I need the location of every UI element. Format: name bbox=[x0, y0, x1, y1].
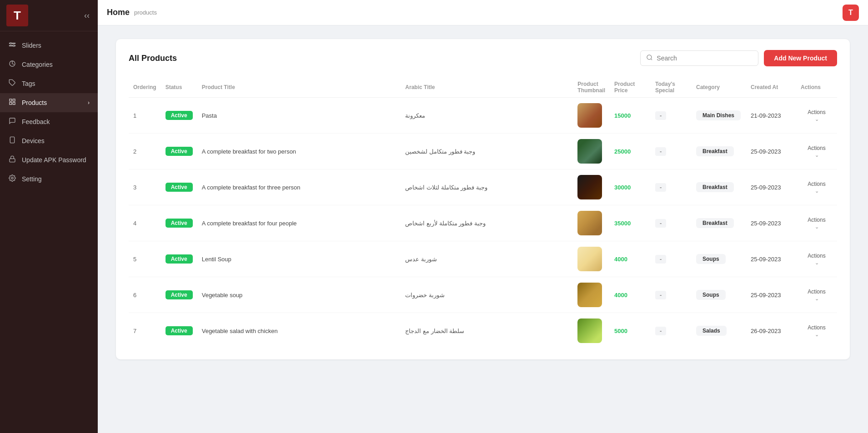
sidebar-collapse-button[interactable]: ‹‹ bbox=[82, 9, 91, 22]
content-area: All Products Add New Product Ordering bbox=[98, 25, 868, 433]
product-thumbnail bbox=[577, 247, 602, 271]
cell-price: 4000 bbox=[610, 241, 651, 277]
cell-created-at: 26-09-2023 bbox=[746, 313, 796, 349]
cell-title: A complete breakfast for three person bbox=[197, 169, 401, 205]
cell-category: Breakfast bbox=[692, 134, 746, 169]
cell-price: 4000 bbox=[610, 277, 651, 313]
cell-special: - bbox=[651, 241, 692, 277]
chevron-down-icon: ⌄ bbox=[815, 260, 819, 266]
svg-line-15 bbox=[651, 59, 652, 60]
actions-dropdown-button[interactable]: Actions ⌄ bbox=[801, 181, 833, 194]
cell-arabic: سلطة الخضار مع الدجاج bbox=[401, 313, 573, 349]
col-header-arabic: Arabic Title bbox=[401, 77, 573, 98]
status-badge: Active bbox=[166, 326, 193, 335]
col-header-status: Status bbox=[161, 77, 197, 98]
sidebar-item-label-update-apk: Update APK Password bbox=[22, 156, 90, 164]
col-header-title: Product Title bbox=[197, 77, 401, 98]
devices-icon bbox=[8, 136, 16, 145]
add-new-product-button[interactable]: Add New Product bbox=[764, 50, 837, 66]
cell-price: 25000 bbox=[610, 134, 651, 169]
col-header-created: Created At bbox=[746, 77, 796, 98]
svg-rect-6 bbox=[10, 99, 12, 101]
sidebar-item-sliders[interactable]: Sliders bbox=[0, 36, 98, 55]
sidebar-nav: Sliders Categories Tags Products › bbox=[0, 31, 98, 193]
actions-dropdown-button[interactable]: Actions ⌄ bbox=[801, 109, 833, 122]
cell-arabic: شوربة خضروات bbox=[401, 277, 573, 313]
cell-created-at: 25-09-2023 bbox=[746, 241, 796, 277]
svg-rect-9 bbox=[13, 102, 15, 105]
cell-actions: Actions ⌄ bbox=[796, 98, 837, 134]
table-row: 5 Active Lentil Soup شوربة عدس 4000 - So… bbox=[129, 241, 837, 277]
cell-ordering: 4 bbox=[129, 205, 161, 241]
chevron-down-icon: ⌄ bbox=[815, 296, 819, 302]
products-panel: All Products Add New Product Ordering bbox=[116, 39, 850, 359]
cell-category: Salads bbox=[692, 313, 746, 349]
cell-category: Breakfast bbox=[692, 169, 746, 205]
cell-status: Active bbox=[161, 205, 197, 241]
cell-actions: Actions ⌄ bbox=[796, 134, 837, 169]
sidebar-item-update-apk[interactable]: Update APK Password bbox=[0, 150, 98, 169]
cell-category: Soups bbox=[692, 277, 746, 313]
sidebar-item-products[interactable]: Products › bbox=[0, 93, 98, 112]
status-badge: Active bbox=[166, 111, 193, 120]
table-row: 2 Active A complete breakfast for two pe… bbox=[129, 134, 837, 169]
tags-icon bbox=[8, 79, 16, 88]
cell-title: Lentil Soup bbox=[197, 241, 401, 277]
actions-dropdown-button[interactable]: Actions ⌄ bbox=[801, 145, 833, 158]
main-content: Home products T All Products Add New Pro bbox=[98, 0, 868, 433]
chevron-down-icon: ⌄ bbox=[815, 332, 819, 338]
panel-actions: Add New Product bbox=[640, 50, 837, 66]
cell-ordering: 5 bbox=[129, 241, 161, 277]
cell-thumbnail bbox=[573, 277, 610, 313]
chevron-down-icon: ⌄ bbox=[815, 224, 819, 230]
cell-thumbnail bbox=[573, 98, 610, 134]
cell-thumbnail bbox=[573, 134, 610, 169]
cell-arabic: وجبة فطور متكاملة لأربع اشخاص bbox=[401, 205, 573, 241]
cell-status: Active bbox=[161, 134, 197, 169]
sidebar-item-tags[interactable]: Tags bbox=[0, 74, 98, 93]
cell-arabic: معكرونة bbox=[401, 98, 573, 134]
status-badge: Active bbox=[166, 219, 193, 228]
svg-point-3 bbox=[13, 45, 15, 46]
sidebar-item-feedback[interactable]: Feedback bbox=[0, 112, 98, 131]
update-apk-icon bbox=[8, 155, 16, 164]
panel-header: All Products Add New Product bbox=[129, 50, 837, 66]
actions-dropdown-button[interactable]: Actions ⌄ bbox=[801, 253, 833, 266]
table-row: 6 Active Vegetable soup شوربة خضروات 400… bbox=[129, 277, 837, 313]
topbar: Home products T bbox=[98, 0, 868, 25]
table-row: 7 Active Vegetable salad with chicken سل… bbox=[129, 313, 837, 349]
search-input[interactable] bbox=[657, 55, 753, 62]
user-avatar[interactable]: T bbox=[843, 5, 859, 21]
cell-created-at: 25-09-2023 bbox=[746, 169, 796, 205]
actions-dropdown-button[interactable]: Actions ⌄ bbox=[801, 324, 833, 338]
sidebar-item-devices[interactable]: Devices bbox=[0, 131, 98, 150]
cell-created-at: 25-09-2023 bbox=[746, 134, 796, 169]
cell-price: 35000 bbox=[610, 205, 651, 241]
product-thumbnail bbox=[577, 139, 602, 164]
cell-actions: Actions ⌄ bbox=[796, 169, 837, 205]
cell-thumbnail bbox=[573, 313, 610, 349]
cell-title: Vegetable salad with chicken bbox=[197, 313, 401, 349]
actions-dropdown-button[interactable]: Actions ⌄ bbox=[801, 217, 833, 230]
sidebar-item-label-feedback: Feedback bbox=[22, 118, 90, 125]
cell-status: Active bbox=[161, 241, 197, 277]
sidebar-item-setting[interactable]: Setting bbox=[0, 169, 98, 189]
cell-special: - bbox=[651, 169, 692, 205]
cell-special: - bbox=[651, 277, 692, 313]
actions-dropdown-button[interactable]: Actions ⌄ bbox=[801, 289, 833, 302]
sliders-icon bbox=[8, 41, 16, 50]
cell-special: - bbox=[651, 134, 692, 169]
logo bbox=[6, 5, 28, 26]
col-header-special: Today'sSpecial bbox=[651, 77, 692, 98]
products-table: Ordering Status Product Title Arabic Tit… bbox=[129, 77, 837, 348]
sidebar-item-categories[interactable]: Categories bbox=[0, 55, 98, 74]
panel-title: All Products bbox=[129, 54, 177, 63]
topbar-left: Home products bbox=[107, 8, 157, 17]
product-thumbnail bbox=[577, 175, 602, 199]
sidebar-logo: ‹‹ bbox=[0, 0, 98, 31]
col-header-ordering: Ordering bbox=[129, 77, 161, 98]
cell-created-at: 21-09-2023 bbox=[746, 98, 796, 134]
cell-thumbnail bbox=[573, 169, 610, 205]
product-thumbnail bbox=[577, 103, 602, 128]
cell-price: 15000 bbox=[610, 98, 651, 134]
